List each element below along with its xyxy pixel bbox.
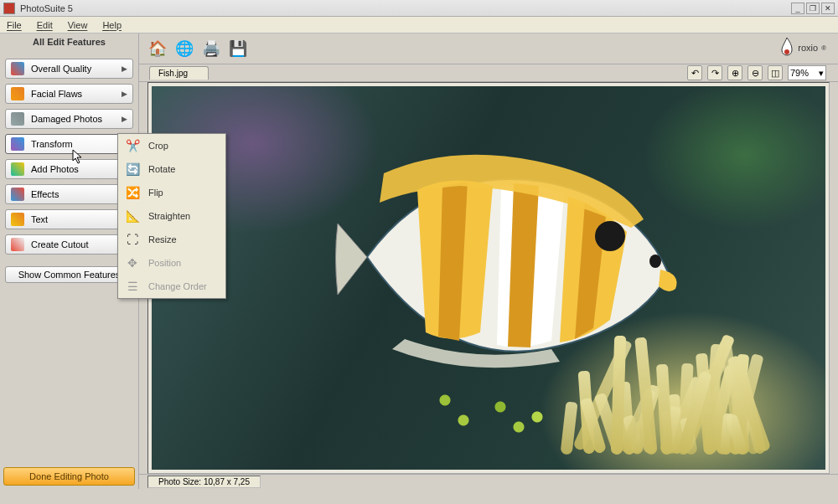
flyout-label: Flip — [148, 188, 163, 198]
print-icon[interactable]: 🖨️ — [201, 39, 221, 59]
flyout-label: Resize — [148, 234, 177, 244]
transform-icon — [11, 137, 24, 151]
library-icon[interactable]: 🌐 — [174, 39, 194, 59]
crop-icon: ✂️ — [125, 138, 140, 153]
flyout-label: Straighten — [148, 211, 190, 221]
done-editing-button[interactable]: Done Editing Photo — [3, 467, 135, 486]
menu-file[interactable]: File — [7, 20, 22, 30]
flyout-item-flip[interactable]: 🔀Flip — [118, 181, 225, 204]
sidebar-item-create-cutout[interactable]: Create Cutout — [5, 234, 133, 255]
text-icon — [11, 213, 24, 226]
face-icon — [11, 87, 24, 100]
flyout-item-change-order: ☰Change Order — [118, 275, 225, 298]
sidebar-item-damaged-photos[interactable]: Damaged Photos▶ — [5, 109, 133, 129]
brand-logo: roxio® — [779, 37, 826, 59]
photo-canvas — [152, 86, 825, 470]
brand-text: roxio — [798, 43, 818, 53]
effects-icon — [11, 188, 24, 201]
cutout-icon — [11, 238, 24, 251]
quality-icon — [11, 62, 24, 75]
position-icon: ✥ — [125, 255, 140, 270]
order-icon: ☰ — [125, 279, 140, 294]
zoom-value: 79% — [790, 68, 809, 78]
undo-button[interactable]: ↶ — [687, 65, 702, 80]
zoom-out-button[interactable]: ⊖ — [747, 65, 763, 80]
svg-point-2 — [649, 255, 661, 268]
flyout-item-position: ✥Position — [118, 251, 225, 275]
sidebar-item-label: Facial Flaws — [31, 89, 82, 99]
show-common-button[interactable]: Show Common Features — [5, 266, 133, 283]
status-bar: Photo Size: 10,87 x 7,25 — [139, 474, 838, 489]
menu-view[interactable]: View — [68, 20, 88, 30]
rotate-icon: 🔄 — [125, 162, 140, 177]
registered-icon: ® — [821, 44, 826, 52]
menu-help[interactable]: Help — [102, 20, 122, 30]
close-button[interactable]: ✕ — [821, 3, 835, 14]
sidebar-item-label: Add Photos — [31, 164, 79, 174]
flyout-label: Crop — [148, 141, 168, 151]
chevron-right-icon: ▶ — [122, 115, 127, 123]
flyout-item-crop[interactable]: ✂️Crop — [118, 134, 225, 157]
resize-icon: ⛶ — [125, 232, 140, 247]
redo-button[interactable]: ↷ — [707, 65, 722, 80]
straighten-icon: 📐 — [125, 208, 140, 224]
minimize-button[interactable]: _ — [791, 3, 804, 14]
sidebar-item-transform[interactable]: Transform▶ — [5, 134, 133, 154]
flame-icon — [779, 37, 794, 59]
svg-point-1 — [595, 221, 625, 251]
document-tab[interactable]: Fish.jpg — [149, 66, 209, 80]
maximize-button[interactable]: ❐ — [806, 3, 820, 14]
sidebar-item-label: Create Cutout — [31, 239, 88, 249]
flyout-label: Position — [148, 258, 181, 268]
fit-button[interactable]: ◫ — [768, 65, 783, 80]
sidebar-item-facial-flaws[interactable]: Facial Flaws▶ — [5, 84, 133, 104]
sidebar-header: All Edit Features — [3, 33, 135, 52]
menu-edit[interactable]: Edit — [37, 20, 53, 30]
transform-flyout: ✂️Crop 🔄Rotate 🔀Flip 📐Straighten ⛶Resize… — [117, 133, 226, 299]
window-title: PhotoSuite 5 — [20, 3, 791, 13]
chevron-down-icon: ▾ — [819, 68, 824, 79]
chevron-right-icon: ▶ — [122, 90, 127, 98]
menu-bar: File Edit View Help — [0, 17, 838, 33]
sidebar-item-label: Text — [31, 214, 48, 224]
flip-icon: 🔀 — [125, 185, 140, 200]
zoom-select[interactable]: 79%▾ — [788, 65, 826, 80]
flyout-item-straighten[interactable]: 📐Straighten — [118, 204, 225, 228]
sidebar-item-overall-quality[interactable]: Overall Quality▶ — [5, 59, 133, 79]
chevron-right-icon: ▶ — [122, 64, 127, 73]
flyout-item-rotate[interactable]: 🔄Rotate — [118, 157, 225, 181]
zoom-in-button[interactable]: ⊕ — [727, 65, 742, 80]
title-bar: PhotoSuite 5 _ ❐ ✕ — [0, 0, 838, 17]
sidebar-item-label: Transform — [31, 139, 73, 149]
app-icon — [3, 3, 15, 14]
fish-illustration — [334, 140, 685, 374]
status-photo-size: Photo Size: 10,87 x 7,25 — [147, 476, 261, 488]
sidebar-item-label: Damaged Photos — [31, 114, 102, 124]
canvas-area[interactable] — [147, 82, 830, 474]
sidebar-item-add-photos[interactable]: Add Photos▶ — [5, 159, 133, 179]
flyout-label: Rotate — [148, 164, 175, 174]
main-toolbar: 🏠 🌐 🖨️ 💾 roxio® — [139, 33, 838, 64]
damage-icon — [11, 112, 24, 126]
add-photo-icon — [11, 162, 24, 176]
svg-point-0 — [784, 49, 789, 54]
sidebar-item-effects[interactable]: Effects▶ — [5, 184, 133, 204]
sidebar-item-label: Overall Quality — [31, 64, 91, 74]
document-bar: Fish.jpg ↶ ↷ ⊕ ⊖ ◫ 79%▾ — [139, 64, 838, 82]
sidebar-item-text[interactable]: Text▶ — [5, 209, 133, 229]
home-icon[interactable]: 🏠 — [147, 39, 168, 59]
flyout-item-resize[interactable]: ⛶Resize — [118, 228, 225, 251]
save-icon[interactable]: 💾 — [228, 39, 248, 59]
flyout-label: Change Order — [148, 281, 207, 291]
sidebar-item-label: Effects — [31, 189, 59, 199]
